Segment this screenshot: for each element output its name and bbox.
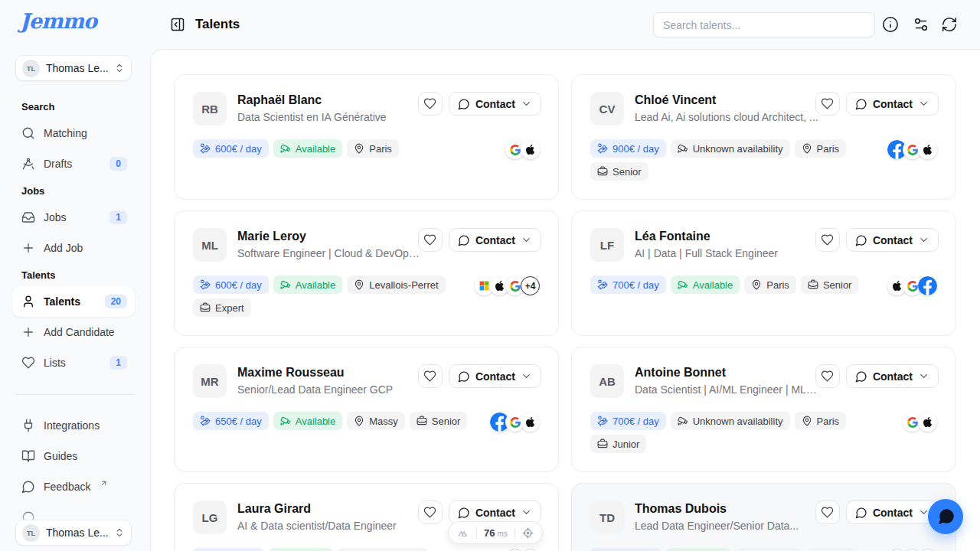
talent-name: Antoine Bonnet — [635, 366, 822, 380]
social-icons — [505, 140, 540, 159]
favorite-button[interactable] — [418, 228, 443, 252]
talent-headline: Senior/Lead Data Engineer GCP — [237, 383, 393, 396]
badge-location: Paris — [795, 412, 847, 430]
favorite-button[interactable] — [418, 92, 443, 116]
sidebar-item-jobs[interactable]: Jobs1 — [12, 202, 135, 233]
talent-avatar: ML — [193, 228, 227, 262]
sidebar-item-integrations[interactable]: Integrations — [12, 410, 135, 441]
sidebar-item-feedback[interactable]: Feedback — [12, 471, 135, 502]
talent-card[interactable]: RB Raphaël Blanc Data Scientist en IA Gé… — [174, 74, 559, 200]
card-actions: Contact — [815, 500, 939, 524]
sidebar-item-label: Add Candidate — [44, 326, 115, 338]
display-settings-icon[interactable] — [913, 16, 929, 33]
badge-location: Paris — [795, 139, 847, 158]
facebook-icon — [918, 276, 937, 295]
sidebar-item-label: Talents — [44, 295, 80, 308]
talent-card[interactable]: CV Chloé Vincent Lead Ai, Ai solutions c… — [571, 74, 956, 200]
sidebar-item-add-job[interactable]: Add Job — [12, 233, 135, 263]
talent-identity: Léa Fontaine AI | Data | Full Stack Engi… — [635, 228, 778, 262]
badge-location: Paris — [347, 139, 399, 158]
sidebar-nav: SearchMatchingDrafts0JobsJobs1Add JobTal… — [12, 95, 135, 378]
badge-rate: 650€ / day — [193, 412, 269, 430]
user-icon — [21, 295, 35, 308]
contact-button[interactable]: Contact — [846, 364, 939, 388]
app-logo: Jemmo — [20, 9, 96, 33]
favorite-button[interactable] — [815, 500, 840, 524]
talent-card[interactable]: LF Léa Fontaine AI | Data | Full Stack E… — [571, 210, 956, 336]
badge-row: 600€ / dayAvailableParis — [193, 139, 490, 158]
locate-icon[interactable] — [522, 527, 534, 539]
badge-rate: 600€ / day — [193, 276, 269, 294]
sidebar-item-label: Feedback — [44, 481, 90, 493]
workspace-switcher[interactable]: TL Thomas Le... — [15, 55, 132, 81]
contact-button[interactable]: Contact — [846, 228, 939, 252]
favorite-button[interactable] — [418, 364, 443, 388]
badge-row: 700€ / dayUnknown availabilityParisJunio… — [590, 412, 887, 453]
sidebar-item-drafts[interactable]: Drafts0 — [12, 148, 135, 179]
talent-card[interactable]: MR Maxime Rousseau Senior/Lead Data Engi… — [174, 347, 559, 472]
heart-icon — [423, 506, 436, 519]
talent-avatar: LF — [590, 228, 624, 262]
favorite-button[interactable] — [815, 228, 840, 252]
contact-button[interactable]: Contact — [846, 500, 939, 524]
talent-headline: Lead Ai, Ai solutions cloud Architect, .… — [635, 111, 818, 123]
talent-name: Thomas Dubois — [635, 502, 799, 516]
nav-section-label: Jobs — [12, 179, 135, 202]
social-icons — [490, 412, 540, 432]
contact-button[interactable]: Contact — [846, 92, 939, 116]
talent-card[interactable]: ML Marie Leroy Software Engineer | Cloud… — [174, 210, 559, 336]
talent-headline: Data Scientist | AI/ML Engineer | MLO... — [635, 383, 822, 396]
message-icon — [458, 370, 470, 383]
chat-bubble-icon — [938, 507, 956, 525]
sidebar-item-talents[interactable]: Talents20 — [12, 286, 135, 317]
sidebar-item-matching[interactable]: Matching — [12, 118, 135, 148]
chevron-down-icon — [918, 370, 929, 382]
favorite-button[interactable] — [815, 92, 840, 116]
sidebar-item-label: Integrations — [44, 419, 100, 432]
talent-name: Maxime Rousseau — [237, 366, 393, 380]
contact-button[interactable]: Contact — [449, 92, 541, 116]
badge-row: 600€ / dayAvailableLevallois-PerretExper… — [193, 276, 490, 317]
contact-label: Contact — [873, 507, 913, 519]
sidebar-item-label: Drafts — [44, 158, 72, 170]
talent-avatar: RB — [193, 92, 227, 126]
social-icons — [887, 140, 937, 159]
refresh-icon[interactable] — [941, 16, 958, 33]
heart-icon — [821, 233, 834, 246]
more-count-badge: +4 — [521, 276, 540, 295]
plug-icon — [21, 419, 35, 432]
page-title: Talents — [195, 17, 240, 32]
badge-seniority: Senior — [590, 162, 648, 181]
sidebar-item-label: Jobs — [44, 211, 67, 223]
apple-icon — [918, 412, 937, 432]
divider — [476, 528, 477, 538]
contact-button[interactable]: Contact — [449, 364, 541, 388]
talent-identity: Chloé Vincent Lead Ai, Ai solutions clou… — [635, 92, 818, 126]
badge-location: Levallois-Perret — [347, 276, 445, 294]
sidebar-item-add-candidate[interactable]: Add Candidate — [12, 317, 135, 347]
favorite-button[interactable] — [815, 364, 840, 388]
favorite-button[interactable] — [418, 500, 443, 524]
sidebar-item-label: Lists — [44, 357, 66, 369]
chat-widget-button[interactable] — [928, 499, 963, 534]
sidebar-item-guides[interactable]: Guides — [12, 441, 135, 471]
sidebar-item-lists[interactable]: Lists1 — [12, 347, 135, 378]
talent-card[interactable]: TD Thomas Dubois Lead Data Engineer/Seni… — [571, 483, 956, 551]
talent-card[interactable]: AB Antoine Bonnet Data Scientist | AI/ML… — [571, 347, 956, 472]
contact-label: Contact — [873, 234, 913, 246]
badge-rate: 900€ / day — [590, 139, 666, 158]
contact-label: Contact — [475, 98, 515, 110]
workspace-switcher-footer[interactable]: TL Thomas Le... — [15, 520, 132, 546]
talent-identity: Antoine Bonnet Data Scientist | AI/ML En… — [635, 364, 822, 398]
search-input[interactable] — [653, 12, 875, 37]
latency-readout: 76ms — [484, 527, 508, 539]
talents-panel: RB Raphaël Blanc Data Scientist en IA Gé… — [150, 49, 980, 551]
collapse-sidebar-button[interactable] — [170, 17, 185, 32]
contact-label: Contact — [873, 98, 913, 110]
card-actions: Contact — [418, 228, 541, 252]
talent-avatar: TD — [590, 500, 624, 534]
performance-overlay[interactable]: 76ms — [448, 521, 543, 544]
info-icon[interactable] — [882, 16, 899, 33]
talent-headline: AI | Data | Full Stack Engineer — [635, 247, 778, 259]
contact-button[interactable]: Contact — [449, 228, 541, 252]
